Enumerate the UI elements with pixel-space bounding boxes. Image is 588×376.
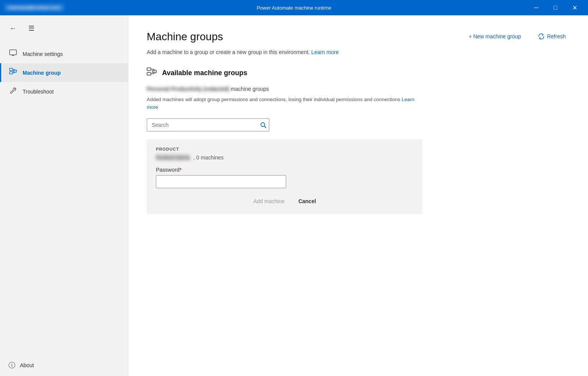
product-name-blurred: Product Name [156,154,190,161]
close-button[interactable]: ✕ [566,2,583,14]
password-label: Password* [156,167,413,173]
sidebar-item-machine-settings[interactable]: Machine settings [0,44,128,63]
title-bar-title: Power Automate machine runtime [257,5,331,11]
svg-rect-5 [13,70,16,72]
about-item[interactable]: About [0,355,128,376]
search-button[interactable] [260,122,266,128]
env-permissions: Added machines will adopt group permissi… [147,96,423,111]
title-bar: username@contoso.com Power Automate mach… [0,0,588,15]
sidebar-item-label: Machine settings [23,51,63,57]
machine-group-icon [9,68,17,77]
wrench-icon [9,87,17,96]
add-machine-button: Add machine [249,196,288,207]
env-description: Personal Productivity (redacted) machine… [147,86,570,92]
about-label: About [20,362,34,368]
nav-items: Machine settings Machine group [0,44,128,101]
sidebar-item-machine-group[interactable]: Machine group [0,63,128,82]
env-suffix: machine groups [231,86,269,92]
svg-rect-10 [147,72,151,75]
product-card: PRODUCT Product Name , 0 machines Passwo… [147,139,423,214]
svg-rect-9 [147,68,151,71]
header-actions: + New machine group Refresh [465,31,570,42]
title-bar-user: username@contoso.com [5,4,64,11]
main-header: Machine groups + New machine group Refre… [147,31,570,43]
hamburger-button[interactable]: ☰ [25,21,38,35]
svg-line-16 [264,126,266,128]
minimize-button[interactable]: ─ [527,2,545,14]
sidebar-item-label: Machine group [23,70,61,76]
env-name-blurred: Personal Productivity (redacted) [147,86,229,92]
subtitle-learn-more-link[interactable]: Learn more [311,49,339,55]
password-input[interactable] [156,175,286,188]
page-title: Machine groups [147,31,223,43]
app-layout: ← ☰ Machine settings [0,15,588,376]
available-groups-icon [147,67,157,78]
main-content: Machine groups + New machine group Refre… [128,15,588,376]
maximize-button[interactable]: □ [547,2,564,14]
product-column-label: PRODUCT [156,147,413,151]
section-header: Available machine groups [147,67,570,78]
sidebar-item-troubleshoot[interactable]: Troubleshoot [0,82,128,101]
svg-rect-4 [10,72,13,74]
machine-count: , 0 machines [193,154,223,161]
section-title: Available machine groups [162,69,247,77]
cancel-button[interactable]: Cancel [295,196,320,207]
sidebar: ← ☰ Machine settings [0,15,128,376]
search-container [147,118,269,131]
sidebar-top: ← ☰ [0,18,128,38]
refresh-label: Refresh [547,33,566,39]
search-input[interactable] [147,118,269,131]
subtitle: Add a machine to a group or create a new… [147,49,570,55]
sidebar-item-label: Troubleshoot [23,89,54,95]
about-icon [8,361,16,370]
svg-rect-0 [10,50,16,55]
product-name-row: Product Name , 0 machines [156,154,413,161]
new-machine-group-button[interactable]: + New machine group [465,31,525,42]
svg-rect-3 [10,68,13,71]
refresh-button[interactable]: Refresh [534,31,570,42]
required-star: * [179,167,181,173]
svg-rect-11 [152,70,156,73]
back-button[interactable]: ← [6,21,20,35]
title-bar-controls: ─ □ ✕ [527,2,583,14]
monitor-icon [9,49,17,59]
card-actions: Add machine Cancel [156,196,413,207]
